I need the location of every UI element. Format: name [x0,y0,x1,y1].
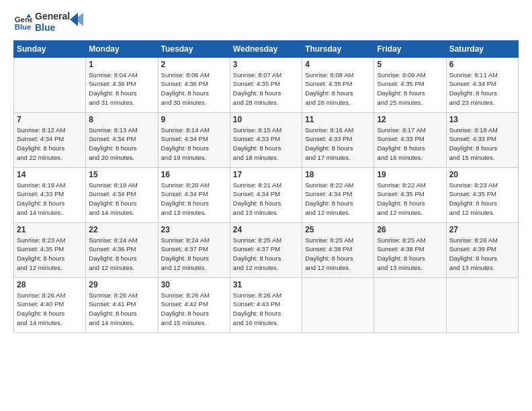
calendar-cell: 20Sunrise: 8:23 AMSunset: 4:35 PMDayligh… [446,167,518,222]
day-number: 2 [161,60,227,69]
calendar-cell: 15Sunrise: 8:19 AMSunset: 4:34 PMDayligh… [86,167,158,222]
calendar-cell: 24Sunrise: 8:25 AMSunset: 4:37 PMDayligh… [230,222,302,277]
day-info: Sunrise: 8:24 AMSunset: 4:37 PMDaylight:… [161,236,227,273]
col-header-saturday: Saturday [446,40,518,57]
day-number: 23 [161,225,227,234]
day-info: Sunrise: 8:26 AMSunset: 4:40 PMDaylight:… [17,291,83,328]
calendar-week-row: 1Sunrise: 8:04 AMSunset: 4:36 PMDaylight… [14,57,519,112]
day-number: 28 [17,280,83,289]
calendar-cell: 13Sunrise: 8:18 AMSunset: 4:33 PMDayligh… [446,112,518,167]
day-info: Sunrise: 8:25 AMSunset: 4:38 PMDaylight:… [305,236,371,273]
calendar-cell [302,277,374,332]
col-header-wednesday: Wednesday [230,40,302,57]
day-number: 25 [305,225,371,234]
calendar-cell: 23Sunrise: 8:24 AMSunset: 4:37 PMDayligh… [158,222,230,277]
calendar-week-row: 7Sunrise: 8:12 AMSunset: 4:34 PMDaylight… [14,112,519,167]
day-number: 7 [17,115,83,124]
day-info: Sunrise: 8:04 AMSunset: 4:36 PMDaylight:… [89,71,154,107]
day-number: 10 [233,115,299,124]
day-number: 20 [449,170,515,179]
day-info: Sunrise: 8:11 AMSunset: 4:34 PMDaylight:… [449,71,515,107]
day-info: Sunrise: 8:16 AMSunset: 4:33 PMDaylight:… [305,126,371,163]
day-number: 3 [233,60,299,69]
day-info: Sunrise: 8:23 AMSunset: 4:35 PMDaylight:… [17,236,83,273]
col-header-friday: Friday [374,40,446,57]
calendar-cell: 1Sunrise: 8:04 AMSunset: 4:36 PMDaylight… [86,57,158,112]
calendar-cell: 27Sunrise: 8:26 AMSunset: 4:39 PMDayligh… [446,222,518,277]
calendar-cell: 28Sunrise: 8:26 AMSunset: 4:40 PMDayligh… [14,277,86,332]
calendar-cell: 12Sunrise: 8:17 AMSunset: 4:33 PMDayligh… [374,112,446,167]
calendar-cell: 3Sunrise: 8:07 AMSunset: 4:35 PMDaylight… [230,57,302,112]
calendar-cell: 16Sunrise: 8:20 AMSunset: 4:34 PMDayligh… [158,167,230,222]
calendar-cell: 9Sunrise: 8:14 AMSunset: 4:34 PMDaylight… [158,112,230,167]
day-info: Sunrise: 8:19 AMSunset: 4:34 PMDaylight:… [89,181,154,218]
day-number: 11 [305,115,371,124]
day-number: 26 [377,225,443,234]
calendar-week-row: 21Sunrise: 8:23 AMSunset: 4:35 PMDayligh… [14,222,519,277]
day-number: 4 [305,60,371,69]
calendar-cell: 4Sunrise: 8:08 AMSunset: 4:35 PMDaylight… [302,57,374,112]
day-number: 14 [17,170,83,179]
day-info: Sunrise: 8:19 AMSunset: 4:33 PMDaylight:… [17,181,83,218]
day-info: Sunrise: 8:14 AMSunset: 4:34 PMDaylight:… [161,126,227,163]
day-info: Sunrise: 8:08 AMSunset: 4:35 PMDaylight:… [305,71,371,107]
day-number: 13 [449,115,515,124]
day-info: Sunrise: 8:17 AMSunset: 4:33 PMDaylight:… [377,126,443,163]
day-number: 12 [377,115,443,124]
calendar-cell: 10Sunrise: 8:15 AMSunset: 4:33 PMDayligh… [230,112,302,167]
day-number: 9 [161,115,227,124]
calendar-cell: 8Sunrise: 8:13 AMSunset: 4:34 PMDaylight… [86,112,158,167]
logo-icon: General Blue [13,13,32,32]
day-info: Sunrise: 8:23 AMSunset: 4:35 PMDaylight:… [449,181,515,218]
calendar-cell: 5Sunrise: 8:09 AMSunset: 4:35 PMDaylight… [374,57,446,112]
day-info: Sunrise: 8:26 AMSunset: 4:42 PMDaylight:… [161,291,227,328]
day-info: Sunrise: 8:25 AMSunset: 4:38 PMDaylight:… [377,236,443,273]
day-number: 6 [449,60,515,69]
day-number: 1 [89,60,154,69]
col-header-monday: Monday [86,40,158,57]
calendar-table: SundayMondayTuesdayWednesdayThursdayFrid… [13,40,519,333]
day-info: Sunrise: 8:13 AMSunset: 4:34 PMDaylight:… [89,126,154,163]
day-number: 18 [305,170,371,179]
day-number: 17 [233,170,299,179]
calendar-cell: 17Sunrise: 8:21 AMSunset: 4:34 PMDayligh… [230,167,302,222]
col-header-sunday: Sunday [14,40,86,57]
day-number: 31 [233,280,299,289]
day-info: Sunrise: 8:26 AMSunset: 4:41 PMDaylight:… [89,291,154,328]
calendar-cell: 7Sunrise: 8:12 AMSunset: 4:34 PMDaylight… [14,112,86,167]
day-number: 19 [377,170,443,179]
day-number: 24 [233,225,299,234]
calendar-cell: 6Sunrise: 8:11 AMSunset: 4:34 PMDaylight… [446,57,518,112]
day-number: 8 [89,115,154,124]
day-number: 30 [161,280,227,289]
day-number: 16 [161,170,227,179]
calendar-cell: 26Sunrise: 8:25 AMSunset: 4:38 PMDayligh… [374,222,446,277]
calendar-cell: 25Sunrise: 8:25 AMSunset: 4:38 PMDayligh… [302,222,374,277]
day-info: Sunrise: 8:06 AMSunset: 4:36 PMDaylight:… [161,71,227,107]
day-info: Sunrise: 8:07 AMSunset: 4:35 PMDaylight:… [233,71,299,107]
calendar-cell [374,277,446,332]
day-info: Sunrise: 8:15 AMSunset: 4:33 PMDaylight:… [233,126,299,163]
col-header-thursday: Thursday [302,40,374,57]
day-info: Sunrise: 8:09 AMSunset: 4:35 PMDaylight:… [377,71,443,107]
calendar-cell: 22Sunrise: 8:24 AMSunset: 4:36 PMDayligh… [86,222,158,277]
logo-blue: Blue [35,22,70,34]
day-info: Sunrise: 8:24 AMSunset: 4:36 PMDaylight:… [89,236,154,273]
day-number: 27 [449,225,515,234]
logo-text: General Blue [35,11,70,34]
day-info: Sunrise: 8:26 AMSunset: 4:39 PMDaylight:… [449,236,515,273]
calendar-cell: 19Sunrise: 8:22 AMSunset: 4:35 PMDayligh… [374,167,446,222]
day-info: Sunrise: 8:22 AMSunset: 4:34 PMDaylight:… [305,181,371,218]
calendar-cell: 2Sunrise: 8:06 AMSunset: 4:36 PMDaylight… [158,57,230,112]
logo: General Blue General Blue [13,11,83,34]
header: General Blue General Blue [13,11,519,34]
calendar-cell: 30Sunrise: 8:26 AMSunset: 4:42 PMDayligh… [158,277,230,332]
calendar-cell: 31Sunrise: 8:26 AMSunset: 4:43 PMDayligh… [230,277,302,332]
calendar-cell [446,277,518,332]
col-header-tuesday: Tuesday [158,40,230,57]
page: General Blue General Blue SundayMondayTu… [0,0,532,411]
calendar-cell: 11Sunrise: 8:16 AMSunset: 4:33 PMDayligh… [302,112,374,167]
day-info: Sunrise: 8:18 AMSunset: 4:33 PMDaylight:… [449,126,515,163]
calendar-week-row: 28Sunrise: 8:26 AMSunset: 4:40 PMDayligh… [14,277,519,332]
day-number: 22 [89,225,154,234]
